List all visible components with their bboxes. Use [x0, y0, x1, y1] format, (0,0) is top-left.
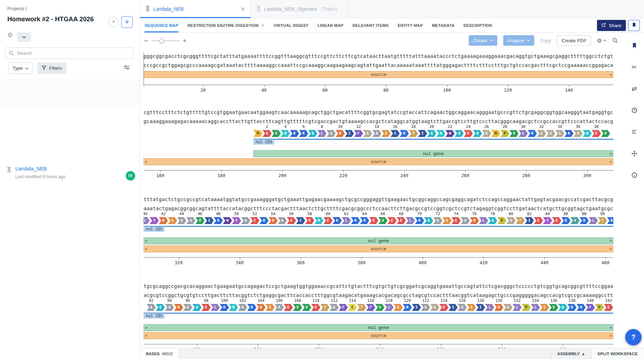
share-button[interactable]: Share: [597, 20, 626, 31]
amino-acid[interactable]: L: [342, 217, 351, 224]
amino-acid[interactable]: V: [378, 217, 388, 224]
amino-acid[interactable]: D: [470, 217, 479, 224]
source-annotation[interactable]: source»»: [144, 332, 613, 339]
close-tab-icon[interactable]: ✕: [240, 6, 245, 12]
scissors-digest-icon[interactable]: ✂: [630, 63, 638, 71]
amino-acid[interactable]: T: [598, 217, 607, 224]
amino-acid[interactable]: R: [351, 217, 360, 224]
amino-acid[interactable]: E: [397, 217, 406, 224]
amino-acid[interactable]: V: [375, 304, 384, 311]
amino-acid[interactable]: V: [509, 130, 519, 137]
amino-acid[interactable]: D: [256, 304, 266, 311]
amino-acid[interactable]: A: [278, 217, 287, 224]
amino-acid[interactable]: K: [220, 304, 229, 311]
amino-acid[interactable]: V: [302, 304, 311, 311]
amino-acid[interactable]: E: [262, 130, 271, 137]
cds-annotation[interactable]: nu1 CDS: [144, 313, 164, 319]
amino-acid[interactable]: P: [500, 130, 509, 137]
amino-acid[interactable]: K: [299, 130, 308, 137]
amino-acid[interactable]: G: [506, 217, 515, 224]
amino-acid[interactable]: R: [260, 217, 269, 224]
amino-acid[interactable]: E: [323, 217, 332, 224]
source-annotation[interactable]: source»»: [144, 245, 613, 252]
amino-acid[interactable]: H: [570, 217, 580, 224]
amino-acid[interactable]: A: [177, 217, 186, 224]
amino-acid[interactable]: L: [479, 217, 488, 224]
amino-acid[interactable]: S: [266, 304, 275, 311]
amino-acid[interactable]: E: [250, 217, 259, 224]
amino-acid[interactable]: M: [491, 130, 500, 137]
amino-acid[interactable]: L: [589, 217, 598, 224]
tab-metadata[interactable]: METADATA: [432, 18, 454, 32]
amino-acid[interactable]: A: [238, 304, 247, 311]
amino-acid[interactable]: V: [272, 130, 281, 137]
amino-acid[interactable]: M: [253, 130, 262, 137]
amino-acid[interactable]: E: [592, 130, 601, 137]
amino-acid[interactable]: I: [205, 217, 214, 224]
amino-acid[interactable]: E: [534, 217, 543, 224]
amino-acid[interactable]: R: [580, 217, 589, 224]
project-actions-dropdown[interactable]: [17, 32, 31, 42]
amino-acid[interactable]: E: [201, 304, 210, 311]
swap-strands-icon[interactable]: ⇄: [630, 84, 638, 93]
amino-acid[interactable]: Y: [543, 217, 552, 224]
source-annotation[interactable]: source»»: [144, 158, 613, 165]
amino-acid[interactable]: G: [363, 130, 372, 137]
amino-acid[interactable]: S: [394, 304, 403, 311]
amino-acid[interactable]: C: [348, 304, 357, 311]
amino-acid[interactable]: L: [406, 217, 415, 224]
project-settings-gear-icon[interactable]: ⚙: [7, 31, 13, 39]
dna-strand-top[interactable]: tttatgactctgccgccgtcataaaatggtatgccgaaag…: [144, 196, 613, 203]
amino-acid[interactable]: A: [186, 217, 196, 224]
amino-acid[interactable]: I: [391, 130, 400, 137]
amino-acid[interactable]: N: [314, 217, 323, 224]
amino-acid[interactable]: P: [595, 304, 604, 311]
amino-acid[interactable]: Q: [192, 304, 201, 311]
amino-acid[interactable]: G: [504, 304, 513, 311]
amino-acid[interactable]: N: [229, 304, 238, 311]
amino-acid[interactable]: L: [485, 304, 494, 311]
amino-acid[interactable]: R: [567, 304, 576, 311]
amino-acid[interactable]: T: [321, 304, 330, 311]
amino-acid[interactable]: P: [497, 217, 506, 224]
history-clock-icon[interactable]: [630, 106, 638, 114]
amino-acid[interactable]: E: [369, 217, 378, 224]
amino-acid[interactable]: N: [281, 130, 290, 137]
bases-count[interactable]: BASES 48502: [140, 349, 179, 359]
amino-acid[interactable]: Q: [473, 130, 482, 137]
amino-acid[interactable]: K: [214, 217, 223, 224]
gene-annotation[interactable]: nu1 gene»»: [144, 237, 613, 244]
amino-acid[interactable]: E: [388, 217, 397, 224]
tab-relevant-items[interactable]: RELEVANT ITEMS: [353, 18, 389, 32]
amino-acid[interactable]: L: [144, 217, 150, 224]
amino-acid[interactable]: E: [287, 217, 296, 224]
amino-acid[interactable]: E: [284, 304, 293, 311]
amino-acid[interactable]: E: [311, 304, 320, 311]
amino-acid[interactable]: A: [327, 130, 336, 137]
tab-restriction-enzyme-digestion[interactable]: RESTRICTION ENZYME DIGESTION✕: [187, 18, 264, 32]
amino-acid[interactable]: R: [247, 304, 256, 311]
amino-acid[interactable]: I: [412, 304, 421, 311]
amino-acid[interactable]: F: [339, 304, 348, 311]
amino-acid[interactable]: T: [357, 304, 366, 311]
amino-acid[interactable]: L: [384, 304, 393, 311]
create-dropdown-button[interactable]: Create: [469, 35, 497, 46]
sequence-row[interactable]: tgcgcaggccgacgcacaggaactgaagaatgccagagac…: [144, 283, 613, 348]
amino-acid[interactable]: L: [317, 130, 327, 137]
amino-acid[interactable]: A: [241, 217, 250, 224]
amino-acid[interactable]: K: [333, 217, 342, 224]
tab-entity-map[interactable]: ENTITY MAP: [398, 18, 423, 32]
amino-acid[interactable]: V: [293, 304, 302, 311]
amino-acid[interactable]: T: [409, 130, 418, 137]
amino-acid[interactable]: F: [366, 304, 375, 311]
bookmark-icon[interactable]: [630, 41, 638, 49]
zoom-in-button[interactable]: +: [183, 37, 187, 45]
amino-acid[interactable]: R: [360, 217, 369, 224]
dna-strand-bottom[interactable]: aaatactgagacggcggcagtattttaccatacggctttc…: [144, 205, 613, 212]
info-icon[interactable]: [630, 171, 638, 179]
dna-strand-top[interactable]: tgcgcaggccgacgcacaggaactgaagaatgccagagac…: [144, 283, 613, 290]
amino-acid[interactable]: V: [196, 217, 205, 224]
amino-acid[interactable]: K: [565, 130, 574, 137]
amino-acid[interactable]: N: [583, 130, 592, 137]
close-icon[interactable]: ✕: [261, 23, 264, 28]
